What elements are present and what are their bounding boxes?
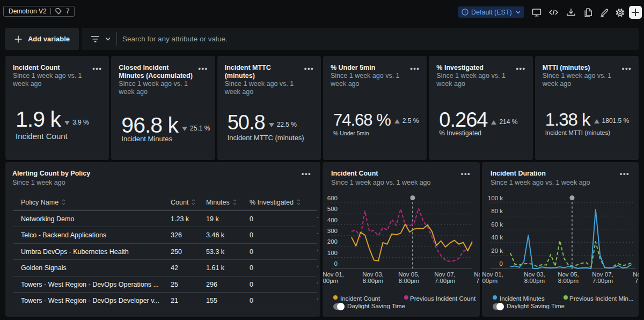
svg-text:600: 600 bbox=[327, 195, 338, 201]
svg-text:8:00pm: 8:00pm bbox=[558, 278, 579, 284]
svg-text:40 k: 40 k bbox=[491, 234, 503, 241]
svg-text:0: 0 bbox=[334, 260, 338, 267]
svg-text:200: 200 bbox=[327, 238, 338, 245]
svg-text:Nov 01,: Nov 01, bbox=[323, 271, 344, 278]
svg-text:Nov 05,: Nov 05, bbox=[558, 271, 579, 278]
svg-text:9:00pm: 9:00pm bbox=[323, 278, 338, 284]
svg-text:Nov 07,: Nov 07, bbox=[434, 271, 456, 278]
svg-text:Nov 03,: Nov 03, bbox=[524, 271, 545, 278]
svg-text:9:00pm: 9:00pm bbox=[482, 278, 497, 284]
svg-text:Nov 01,: Nov 01, bbox=[482, 271, 503, 278]
svg-text:Nov 03,: Nov 03, bbox=[362, 271, 384, 278]
svg-text:0: 0 bbox=[500, 260, 503, 267]
svg-text:60 k: 60 k bbox=[491, 221, 503, 228]
svg-text:8:00pm: 8:00pm bbox=[399, 278, 419, 284]
svg-text:80 k: 80 k bbox=[491, 208, 503, 214]
svg-text:500: 500 bbox=[327, 206, 338, 212]
svg-text:7:00pm: 7:00pm bbox=[435, 278, 455, 284]
svg-text:8:00pm: 8:00pm bbox=[363, 278, 383, 284]
svg-text:100: 100 bbox=[327, 250, 338, 256]
svg-text:7:00pm: 7:00pm bbox=[476, 278, 480, 284]
svg-text:300: 300 bbox=[327, 228, 338, 234]
svg-text:Nov 05,: Nov 05, bbox=[398, 271, 420, 278]
svg-text:100 k: 100 k bbox=[488, 195, 503, 201]
svg-text:7:00pm: 7:00pm bbox=[592, 278, 613, 284]
svg-text:400: 400 bbox=[327, 217, 338, 223]
svg-text:8:00pm: 8:00pm bbox=[524, 278, 545, 284]
svg-text:7:00pm: 7:00pm bbox=[635, 278, 639, 284]
svg-text:Nov 09,: Nov 09, bbox=[633, 271, 639, 278]
svg-text:Nov 07,: Nov 07, bbox=[592, 271, 613, 278]
svg-text:20 k: 20 k bbox=[491, 248, 503, 254]
svg-text:Nov 09,: Nov 09, bbox=[474, 271, 480, 278]
